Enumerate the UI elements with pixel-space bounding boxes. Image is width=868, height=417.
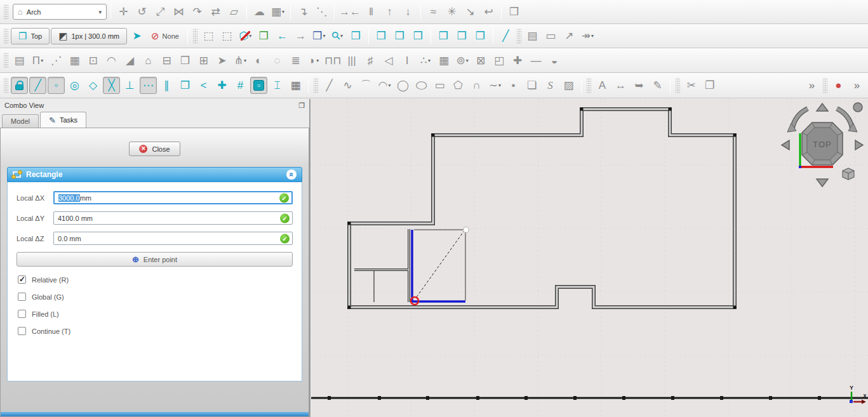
structure-icon[interactable]: Π▾ (29, 52, 46, 69)
downgrade-icon[interactable]: ↓ (399, 3, 417, 20)
box-element-selection-icon[interactable]: ⬚ (218, 27, 236, 44)
cutline-icon[interactable]: ◰ (491, 52, 508, 69)
offset2d-icon[interactable]: ▱ (225, 3, 243, 20)
snap-endpoint-icon[interactable]: ╱ (29, 77, 46, 94)
snap-extension-icon[interactable]: ⋯ (140, 77, 157, 94)
snap-parallel-icon[interactable]: ∥ (158, 77, 175, 94)
pipe-icon[interactable]: ⊚▾ (454, 52, 471, 69)
draft-modify-icon[interactable]: ➤ (128, 27, 145, 44)
polygon-icon[interactable]: ⬠ (450, 77, 467, 94)
tab-tasks[interactable]: ✎ Tasks (40, 112, 86, 128)
export-icon[interactable]: ↗ (561, 27, 578, 44)
frame-icon[interactable]: ⊓⊓ (324, 52, 342, 69)
snap-working-plane-icon[interactable]: ○ (250, 77, 267, 94)
snap-intersection-icon[interactable]: ╳ (103, 77, 120, 94)
clipping-plane-icon[interactable]: ⬡▾ (237, 27, 254, 44)
open-folder-icon[interactable]: ▭ (542, 27, 559, 44)
float-panel-icon[interactable]: ❐ (298, 102, 305, 110)
nav-forward-icon[interactable]: → (292, 27, 309, 44)
filled-checkbox-row[interactable]: Filled (L) (18, 310, 293, 318)
view-left-icon[interactable]: ❒ (472, 27, 489, 44)
enter-point-button[interactable]: ⊕ Enter point (17, 252, 293, 267)
add-component-icon[interactable]: ✚ (509, 52, 526, 69)
curtainwall-icon[interactable]: ▦ (66, 52, 83, 69)
snap-near-icon[interactable]: < (195, 77, 212, 94)
floor-icon[interactable]: ⊟ (158, 52, 175, 69)
relative-checkbox[interactable] (18, 275, 26, 284)
view-rear-icon[interactable]: ❒ (435, 27, 452, 44)
buildingpart-icon[interactable]: ⊡ (84, 52, 102, 69)
refine-icon[interactable]: ▤ (524, 27, 541, 44)
toolbar4-drag-handle[interactable] (4, 77, 8, 94)
knot-icon[interactable]: ✳ (443, 3, 460, 20)
toolbar4b-drag-handle[interactable] (314, 77, 318, 94)
3d-view-canvas[interactable]: TOP Y x (311, 99, 868, 417)
local-dx-input[interactable]: 3000.0 mm ✓ (53, 191, 293, 204)
snap-special-icon[interactable]: ❒ (177, 77, 194, 94)
measure-icon[interactable]: ╱ (497, 27, 514, 44)
label-icon[interactable]: ➥ (631, 77, 648, 94)
remove-component-icon[interactable]: — (528, 52, 545, 69)
nav-back-icon[interactable]: ← (274, 27, 291, 44)
toolbar3-drag-handle[interactable] (4, 52, 8, 69)
relative-checkbox-row[interactable]: Relative (R) (18, 275, 293, 284)
snap-grid-icon[interactable]: # (232, 77, 249, 94)
bspline-icon[interactable]: ∩ (468, 77, 485, 94)
schedule-icon[interactable]: ▦ (436, 52, 453, 69)
fence-icon[interactable]: ||| (344, 52, 361, 69)
toolbar4e-drag-handle[interactable] (823, 77, 827, 94)
copy-icon[interactable]: ❐ (701, 77, 718, 94)
railing-icon[interactable]: ♯ (362, 52, 379, 69)
rebar-icon[interactable]: ⋰ (48, 52, 65, 69)
snap-angle-icon[interactable]: ◇ (84, 77, 102, 94)
shapestring-icon[interactable]: S (542, 77, 559, 94)
global-checkbox[interactable] (18, 293, 26, 301)
trimex-icon[interactable]: ⇄ (207, 3, 224, 20)
box-selection-icon[interactable]: ⬚ (200, 27, 217, 44)
record-macro-icon[interactable]: ● (830, 77, 847, 94)
site-icon[interactable]: ◢ (121, 52, 138, 69)
text-icon[interactable]: A (594, 77, 611, 94)
rectangle-tool-icon[interactable]: ▭ (431, 77, 448, 94)
stairs-icon[interactable]: ≣ (287, 52, 304, 69)
navcube-right-arrow[interactable] (855, 140, 863, 150)
shape-2d-view-icon[interactable]: ⋱ (313, 3, 330, 20)
rectangle-section-header[interactable]: Rectangle « (7, 167, 302, 182)
upgrade-icon[interactable]: ↑ (381, 3, 398, 20)
autogroup-button[interactable]: ⊘None (147, 30, 184, 42)
layer-icon[interactable]: ❒ (505, 3, 523, 20)
profile-icon[interactable]: I (399, 52, 416, 69)
slope-icon[interactable]: ↘ (462, 3, 479, 20)
continue-checkbox-row[interactable]: Continue (T) (18, 327, 293, 335)
view-top-icon[interactable]: ❒ (391, 27, 408, 44)
navcube-down-arrow[interactable] (817, 179, 828, 187)
annotation-style-icon[interactable]: ✎ (649, 77, 666, 94)
cutplane-icon[interactable]: ⊠ (472, 52, 490, 69)
section-plane-icon[interactable]: ◌ (269, 52, 286, 69)
snap-perpendicular-icon[interactable]: ⊥ (121, 77, 138, 94)
space-icon[interactable]: ◐ (250, 52, 267, 69)
split-icon[interactable]: ‖ (363, 3, 380, 20)
3d-viewport[interactable]: TOP Y x (311, 99, 868, 417)
filled-checkbox[interactable] (18, 310, 26, 318)
offset-icon[interactable]: ↷ (189, 3, 206, 20)
zoom-icon[interactable]: ⚲▾ (329, 27, 346, 44)
navcube-up-arrow[interactable] (817, 103, 828, 111)
toolbar2-drag-handle[interactable] (4, 28, 8, 44)
panel-icon[interactable]: ➤ (213, 52, 230, 69)
navcube-free-rotate[interactable] (853, 103, 862, 112)
project-icon[interactable]: ◠ (103, 52, 120, 69)
navcube-left-arrow[interactable] (782, 140, 789, 150)
window-icon[interactable]: ⊞ (195, 52, 212, 69)
toolbar4c-drag-handle[interactable] (587, 77, 591, 94)
survey-icon[interactable]: ◒ (546, 52, 563, 69)
building-icon[interactable]: ⌂ (140, 52, 157, 69)
local-dz-input[interactable]: 0.0 mm ✓ (53, 232, 293, 245)
grid-toggle-icon[interactable]: ▦ (287, 77, 304, 94)
view-axonometric-icon[interactable]: ❒ (347, 27, 364, 44)
array-icon[interactable]: ▦▾ (269, 3, 286, 20)
toolbar4d-drag-handle[interactable] (676, 77, 680, 94)
toolbar-overflow-icon-2[interactable]: » (848, 77, 865, 94)
circle-icon[interactable]: ◯ (394, 77, 411, 94)
snap-dimensions-icon[interactable]: ⌶ (269, 77, 286, 94)
